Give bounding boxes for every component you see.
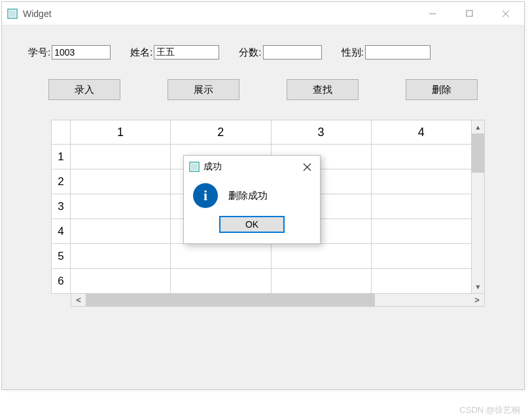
cell[interactable] <box>71 145 171 169</box>
delete-button[interactable]: 删除 <box>406 79 478 100</box>
window-title: Widget <box>23 9 414 19</box>
col-headers: 1 2 3 4 <box>71 120 472 145</box>
name-input[interactable] <box>154 45 219 60</box>
cell[interactable] <box>272 269 372 294</box>
success-dialog: 成功 i 删除成功 OK <box>183 155 321 244</box>
dialog-title: 成功 <box>203 161 294 173</box>
dialog-body: i 删除成功 <box>184 178 320 216</box>
cell[interactable] <box>71 219 171 244</box>
svg-rect-3 <box>466 10 472 16</box>
dialog-close-button[interactable] <box>294 156 320 178</box>
cell[interactable] <box>71 194 171 219</box>
row-header[interactable]: 5 <box>51 244 71 269</box>
student-id-label: 学号: <box>28 46 50 59</box>
search-button[interactable]: 查找 <box>287 79 359 100</box>
row-header[interactable]: 6 <box>51 269 71 294</box>
cell[interactable] <box>71 269 171 294</box>
watermark: CSDN @徐艺桐 <box>459 404 520 416</box>
scroll-right-icon[interactable]: > <box>470 295 484 305</box>
app-icon <box>189 162 200 172</box>
cell[interactable] <box>372 269 472 294</box>
cell[interactable] <box>372 194 472 219</box>
name-label: 姓名: <box>130 46 152 59</box>
v-scroll-track[interactable] <box>472 173 484 280</box>
score-label: 分数: <box>239 46 261 59</box>
row-header[interactable]: 1 <box>51 145 71 169</box>
maximize-icon <box>466 10 473 17</box>
cell[interactable] <box>272 244 372 269</box>
cell[interactable] <box>372 219 472 244</box>
table-corner <box>51 120 71 145</box>
dialog-message: 删除成功 <box>228 190 268 202</box>
svg-rect-7 <box>191 164 198 170</box>
gender-label: 性别: <box>342 46 364 59</box>
col-header[interactable]: 2 <box>171 120 271 145</box>
close-icon <box>303 163 311 171</box>
minimize-button[interactable] <box>414 2 451 25</box>
info-icon: i <box>193 183 218 208</box>
app-icon <box>7 9 18 19</box>
cell[interactable] <box>71 244 171 269</box>
student-id-input[interactable] <box>52 45 111 60</box>
col-header[interactable]: 3 <box>272 120 372 145</box>
close-icon <box>502 10 510 18</box>
cell[interactable] <box>372 244 472 269</box>
ok-button[interactable]: OK <box>219 216 285 233</box>
button-row: 录入 展示 查找 删除 <box>2 66 524 113</box>
titlebar: Widget <box>2 2 524 26</box>
window-controls <box>414 2 524 25</box>
row-header[interactable]: 3 <box>51 194 71 219</box>
horizontal-scrollbar[interactable]: < > <box>71 294 485 307</box>
show-button[interactable]: 展示 <box>167 79 239 100</box>
v-scroll-thumb[interactable] <box>472 133 484 173</box>
row-header[interactable]: 2 <box>51 169 71 194</box>
row-headers: 1 2 3 4 5 6 <box>51 120 71 294</box>
h-scroll-thumb[interactable] <box>86 294 375 306</box>
scroll-up-icon[interactable]: ▲ <box>472 120 484 133</box>
svg-rect-1 <box>9 10 16 17</box>
maximize-button[interactable] <box>451 2 487 25</box>
cell[interactable] <box>71 169 171 194</box>
table-row <box>71 269 472 294</box>
form-row: 学号: 姓名: 分数: 性别: <box>2 26 524 66</box>
score-input[interactable] <box>263 45 322 60</box>
dialog-titlebar: 成功 <box>184 156 320 178</box>
cell[interactable] <box>171 269 271 294</box>
minimize-icon <box>429 10 436 18</box>
scroll-left-icon[interactable]: < <box>71 295 86 305</box>
col-header[interactable]: 4 <box>372 120 472 145</box>
cell[interactable] <box>171 244 271 269</box>
row-header[interactable]: 4 <box>51 219 71 244</box>
scroll-down-icon[interactable]: ▼ <box>472 280 484 293</box>
col-header[interactable]: 1 <box>71 120 171 145</box>
input-button[interactable]: 录入 <box>48 79 120 100</box>
close-button[interactable] <box>487 2 524 25</box>
cell[interactable] <box>372 169 472 194</box>
table-row <box>71 244 472 269</box>
cell[interactable] <box>372 145 472 169</box>
vertical-scrollbar[interactable]: ▲ ▼ <box>472 120 485 294</box>
gender-input[interactable] <box>365 45 431 60</box>
